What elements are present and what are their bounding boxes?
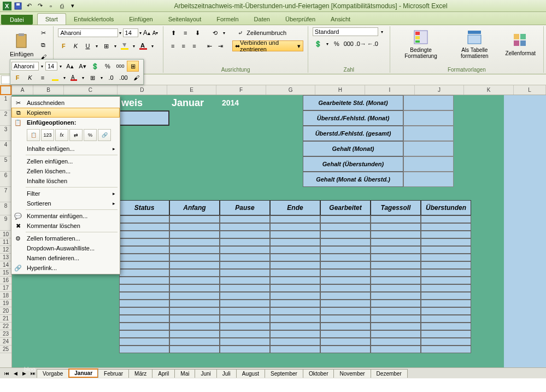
cm-cut[interactable]: ✂Ausschneiden	[11, 98, 120, 108]
table-cell[interactable]	[270, 292, 320, 300]
row-header-20[interactable]: 20	[0, 307, 11, 315]
table-cell[interactable]	[320, 307, 371, 315]
bold-button[interactable]: F	[58, 40, 69, 51]
table-cell[interactable]	[320, 223, 371, 231]
cm-delete-comment[interactable]: ✖Kommentar löschen	[11, 221, 120, 231]
paste-formula-icon[interactable]: fx	[55, 129, 68, 141]
mini-border-icon[interactable]: ⊞	[86, 72, 98, 83]
table-cell[interactable]	[169, 246, 220, 254]
table-cell[interactable]	[421, 338, 471, 346]
table-cell[interactable]	[320, 254, 371, 261]
cm-insert-comment[interactable]: 💬Kommentar einfügen...	[11, 211, 120, 221]
col-header-e[interactable]: E	[167, 85, 217, 95]
table-cell[interactable]	[119, 238, 169, 246]
info-value-5[interactable]	[403, 172, 454, 187]
row-header-17[interactable]: 17	[0, 284, 11, 292]
row-header-9[interactable]: 9	[0, 215, 11, 231]
mini-currency-icon[interactable]: 💲	[89, 61, 101, 72]
selected-cell[interactable]	[119, 110, 169, 126]
table-cell[interactable]	[220, 300, 270, 307]
table-cell[interactable]	[119, 277, 169, 284]
table-cell[interactable]	[320, 346, 371, 353]
table-cell[interactable]	[119, 346, 169, 353]
underline-button[interactable]: U	[82, 40, 93, 51]
table-cell[interactable]	[270, 346, 320, 353]
cut-icon[interactable]: ✂	[38, 27, 49, 38]
cm-format-cells[interactable]: ⚙Zellen formatieren...	[11, 233, 120, 243]
col-header-k[interactable]: K	[464, 85, 514, 95]
cell-styles-button[interactable]: Zellenformat	[502, 31, 539, 57]
table-cell[interactable]	[169, 261, 220, 269]
table-cell[interactable]	[270, 231, 320, 238]
cm-delete-cells[interactable]: Zellen löschen...	[11, 166, 120, 176]
row-header-5[interactable]: 5	[0, 156, 11, 172]
mini-fontcolor-icon[interactable]: A	[68, 72, 80, 83]
table-cell[interactable]	[270, 254, 320, 261]
table-cell[interactable]	[220, 277, 270, 284]
table-cell[interactable]	[220, 223, 270, 231]
table-cell[interactable]	[371, 254, 421, 261]
sheet-tab-august[interactable]: August	[236, 369, 265, 378]
row-header-19[interactable]: 19	[0, 300, 11, 307]
fill-color-icon[interactable]	[119, 40, 130, 51]
table-cell[interactable]	[119, 307, 169, 315]
sheet-tab-vorgabe[interactable]: Vorgabe	[37, 369, 69, 378]
paste-all-icon[interactable]: 📋	[27, 129, 40, 141]
col-header-g[interactable]: G	[266, 85, 316, 95]
align-middle-icon[interactable]: ≡	[180, 27, 191, 38]
format-table-button[interactable]: Als Tabelle formatieren	[448, 27, 501, 60]
cm-insert-cells[interactable]: Zellen einfügen...	[11, 156, 120, 166]
table-cell[interactable]	[220, 346, 270, 353]
table-cell[interactable]	[320, 261, 371, 269]
shrink-font-icon[interactable]: A▾	[152, 27, 159, 38]
table-cell[interactable]	[371, 292, 421, 300]
mini-thousands-icon[interactable]: 000	[114, 61, 126, 72]
row-header-24[interactable]: 24	[0, 338, 11, 346]
row-header-6[interactable]: 6	[0, 172, 11, 187]
increase-decimal-icon[interactable]: .0→	[355, 38, 366, 49]
cm-sort[interactable]: Sortieren▸	[11, 198, 120, 208]
currency-icon[interactable]: 💲	[313, 38, 324, 49]
cm-define-name[interactable]: Namen definieren...	[11, 253, 120, 263]
row-header-14[interactable]: 14	[0, 261, 11, 269]
table-cell[interactable]	[169, 223, 220, 231]
table-cell[interactable]	[371, 284, 421, 292]
table-cell[interactable]	[169, 238, 220, 246]
table-cell[interactable]	[270, 215, 320, 223]
table-cell[interactable]	[320, 330, 371, 338]
conditional-format-button[interactable]: Bedingte Formatierung	[395, 27, 447, 60]
qat-more-icon[interactable]: ▾	[68, 1, 78, 11]
sheet-tab-september[interactable]: September	[265, 369, 303, 378]
table-cell[interactable]	[119, 215, 169, 223]
col-header-f[interactable]: F	[216, 85, 266, 95]
table-cell[interactable]	[119, 223, 169, 231]
sheet-tab-dezember[interactable]: Dezember	[371, 369, 408, 378]
cm-clear[interactable]: Inhalte löschen	[11, 176, 120, 186]
table-cell[interactable]	[220, 254, 270, 261]
info-value-4[interactable]	[403, 156, 454, 172]
table-cell[interactable]	[220, 284, 270, 292]
table-cell[interactable]	[169, 307, 220, 315]
col-header-l[interactable]: L	[514, 85, 546, 95]
table-cell[interactable]	[169, 231, 220, 238]
paste-transpose-icon[interactable]: ⇄	[69, 129, 83, 141]
table-cell[interactable]	[270, 323, 320, 330]
info-value-1[interactable]	[403, 110, 454, 126]
paste-format-icon[interactable]: %	[84, 129, 97, 141]
table-cell[interactable]	[119, 261, 169, 269]
table-cell[interactable]	[320, 292, 371, 300]
table-cell[interactable]	[169, 315, 220, 323]
table-cell[interactable]	[320, 284, 371, 292]
table-cell[interactable]	[169, 338, 220, 346]
table-cell[interactable]	[270, 261, 320, 269]
align-right-icon[interactable]: ≡	[190, 40, 199, 51]
table-cell[interactable]	[421, 215, 471, 223]
table-cell[interactable]	[220, 238, 270, 246]
col-header-h[interactable]: H	[315, 85, 365, 95]
table-cell[interactable]	[320, 323, 371, 330]
table-cell[interactable]	[421, 284, 471, 292]
table-cell[interactable]	[119, 231, 169, 238]
table-cell[interactable]	[371, 238, 421, 246]
cm-copy[interactable]: ⧉Kopieren	[11, 108, 120, 118]
table-cell[interactable]	[169, 300, 220, 307]
